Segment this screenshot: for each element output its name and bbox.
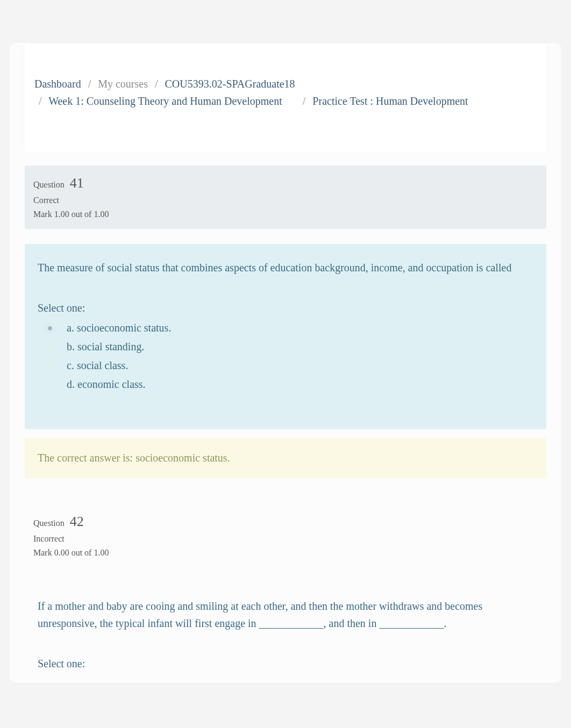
question-number-label: Question — [33, 180, 65, 190]
answer-option[interactable]: b. social standing. — [45, 341, 533, 353]
question-mark: Mark 0.00 out of 1.00 — [33, 548, 538, 558]
breadcrumb-separator: / — [84, 78, 96, 90]
correct-answer-feedback: The correct answer is: socioeconomic sta… — [25, 438, 546, 478]
question-info: Question 42 Incorrect Mark 0.00 out of 1… — [25, 504, 546, 567]
answer-option[interactable]: c. social class. — [45, 359, 533, 372]
answer-option[interactable]: a. socioeconomic status. — [45, 322, 533, 334]
question-text: The measure of social status that combin… — [38, 259, 533, 276]
select-one-label: Select one: — [38, 302, 533, 314]
question-block: Question 42 Incorrect Mark 0.00 out of 1… — [25, 504, 546, 683]
breadcrumb: Dashboard / My courses / COU5393.02-SPAG… — [34, 75, 537, 110]
radio-icon — [45, 342, 55, 352]
question-state: Incorrect — [33, 534, 538, 544]
answer-label: d. economic class. — [67, 378, 146, 391]
main-card: Dashboard / My courses / COU5393.02-SPAG… — [10, 43, 561, 683]
question-number-row: Question 42 — [33, 514, 538, 530]
question-body: The measure of social status that combin… — [25, 244, 546, 429]
answers-group: a. socioeconomic status. b. social stand… — [38, 322, 533, 391]
breadcrumb-separator: / — [298, 95, 310, 107]
question-number-label: Question — [33, 518, 65, 528]
question-mark: Mark 1.00 out of 1.00 — [33, 210, 538, 219]
page-root: Dashboard / My courses / COU5393.02-SPAG… — [0, 43, 571, 704]
question-body: If a mother and baby are cooing and smil… — [25, 582, 546, 683]
question-number: 42 — [70, 514, 84, 530]
question-block: Question 41 Correct Mark 1.00 out of 1.0… — [25, 165, 546, 478]
breadcrumb-separator: / — [34, 95, 46, 107]
breadcrumb-week[interactable]: Week 1: Counseling Theory and Human Deve… — [48, 95, 282, 107]
breadcrumb-dashboard[interactable]: Dashboard — [34, 78, 81, 90]
radio-icon — [45, 361, 55, 371]
breadcrumb-course[interactable]: COU5393.02-SPAGraduate18 — [165, 78, 295, 90]
question-number-row: Question 41 — [33, 175, 538, 191]
breadcrumb-activity[interactable]: Practice Test : Human Development — [312, 95, 468, 107]
radio-icon — [45, 323, 55, 333]
answer-label: c. social class. — [67, 359, 128, 372]
question-text: If a mother and baby are cooing and smil… — [38, 597, 533, 632]
answer-label: a. socioeconomic status. — [67, 322, 171, 334]
breadcrumb-card: Dashboard / My courses / COU5393.02-SPAG… — [25, 43, 546, 153]
question-number: 41 — [70, 175, 84, 191]
question-state: Correct — [33, 196, 538, 205]
radio-icon — [45, 380, 55, 390]
question-info: Question 41 Correct Mark 1.00 out of 1.0… — [25, 165, 546, 229]
answer-option[interactable]: d. economic class. — [45, 378, 533, 391]
select-one-label: Select one: — [38, 658, 533, 670]
breadcrumb-my-courses: My courses — [98, 78, 148, 90]
breadcrumb-separator: / — [151, 78, 162, 90]
answer-label: b. social standing. — [67, 341, 144, 353]
